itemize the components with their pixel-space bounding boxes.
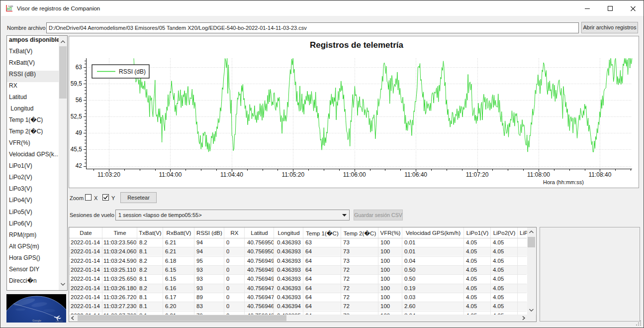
svg-text:56: 56 xyxy=(76,97,83,104)
svg-text:11:08:40: 11:08:40 xyxy=(588,171,611,178)
svg-text:11:05:20: 11:05:20 xyxy=(281,171,304,178)
svg-text:42: 42 xyxy=(76,162,83,169)
svg-text:Imag.2022: Imag.2022 xyxy=(56,321,63,323)
svg-text:11:04:00: 11:04:00 xyxy=(159,171,182,178)
svg-text:Google: Google xyxy=(32,319,41,322)
svg-text:11:06:40: 11:06:40 xyxy=(404,171,427,178)
svg-text:11:07:20: 11:07:20 xyxy=(466,171,489,178)
svg-text:11:03:20: 11:03:20 xyxy=(97,171,120,178)
svg-text:Registros de telemetría: Registros de telemetría xyxy=(310,40,404,50)
svg-text:11:06:00: 11:06:00 xyxy=(343,171,366,178)
svg-text:49: 49 xyxy=(76,129,83,136)
svg-text:RSSI (dB): RSSI (dB) xyxy=(119,68,146,75)
svg-text:63: 63 xyxy=(76,64,83,71)
svg-text:11:04:40: 11:04:40 xyxy=(220,171,243,178)
svg-text:45,5: 45,5 xyxy=(71,146,83,153)
svg-text:Hora (hh:mm:ss): Hora (hh:mm:ss) xyxy=(543,179,584,185)
svg-text:59,5: 59,5 xyxy=(71,80,83,87)
svg-text:11:08:00: 11:08:00 xyxy=(527,171,550,178)
svg-text:Logs: Logs xyxy=(8,5,14,7)
svg-text:52,5: 52,5 xyxy=(71,113,83,120)
